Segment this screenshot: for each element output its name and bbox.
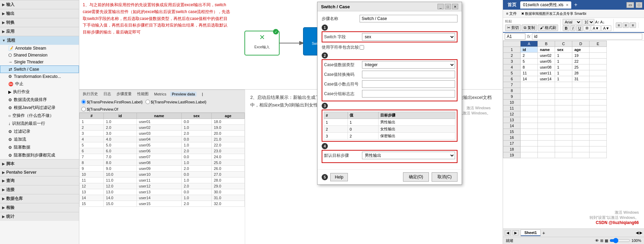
copy-btn[interactable]: ⧉ 复制 xyxy=(522,24,537,31)
excel-empty-cell[interactable] xyxy=(538,129,555,135)
excel-cell[interactable]: user14 xyxy=(538,76,555,82)
excel-empty-cell[interactable] xyxy=(590,100,607,105)
sidebar-item-block-complete[interactable]: ⚙ 阻塞数据到步骤都完成 xyxy=(0,151,79,159)
excel-cell[interactable] xyxy=(590,70,607,76)
cell-reference[interactable] xyxy=(505,33,525,40)
scroll-right-icon[interactable]: ▶ xyxy=(640,231,642,235)
excel-cell[interactable] xyxy=(590,76,607,82)
excel-empty-cell[interactable] xyxy=(555,111,572,117)
case-type-select[interactable]: Integer xyxy=(362,61,455,69)
sidebar-section-pentaho[interactable]: ▶ Pentaho Server xyxy=(0,168,79,176)
excel-empty-cell[interactable] xyxy=(555,146,572,152)
sidebar-section-check[interactable]: ▶ 检验 xyxy=(0,203,79,212)
sidebar-section-flow[interactable]: ▼ 流程 xyxy=(0,36,79,45)
col-header-e[interactable]: E xyxy=(590,41,607,47)
excel-empty-cell[interactable] xyxy=(555,123,572,129)
bold-btn[interactable]: B xyxy=(563,26,570,31)
italic-btn[interactable]: I xyxy=(570,26,575,31)
excel-empty-cell[interactable] xyxy=(538,123,555,129)
cut-btn[interactable]: ✂ 剪切 xyxy=(505,24,521,31)
excel-cell[interactable]: user05 xyxy=(538,59,555,64)
radio-first-rows[interactable]: ${TransPreview.FirstRows.Label} xyxy=(81,100,143,104)
sidebar-item-shared-dim[interactable]: ⬡ Shared Dimension xyxy=(0,52,79,59)
align-center-btn[interactable]: ≡ xyxy=(623,22,629,28)
excel-empty-cell[interactable] xyxy=(555,100,572,105)
excel-empty-cell[interactable] xyxy=(521,111,538,117)
excel-empty-cell[interactable] xyxy=(572,129,590,135)
excel-empty-cell[interactable] xyxy=(590,105,607,111)
excel-empty-cell[interactable] xyxy=(521,146,538,152)
col-header-b[interactable]: B xyxy=(538,41,555,47)
excel-empty-cell[interactable] xyxy=(521,152,538,158)
excel-empty-cell[interactable] xyxy=(538,152,555,158)
font-color-btn[interactable]: A▼ xyxy=(601,26,611,31)
radio-first-rows-input[interactable] xyxy=(81,100,86,104)
excel-cell[interactable]: name xyxy=(538,47,555,53)
excel-empty-cell[interactable] xyxy=(590,94,607,100)
excel-empty-cell[interactable] xyxy=(538,135,555,141)
excel-empty-cell[interactable] xyxy=(538,117,555,123)
tab-execution-history[interactable]: 执行历史 xyxy=(81,91,99,97)
case-grouping-input[interactable] xyxy=(362,90,455,98)
excel-empty-cell[interactable] xyxy=(572,146,590,152)
excel-menu-smartbi[interactable]: ✖ 数据审阅视图开发工具会员专享 Smartbi xyxy=(520,11,587,17)
excel-cell[interactable]: user02 xyxy=(538,53,555,59)
sidebar-item-abort[interactable]: ⛔ 中止 xyxy=(0,80,79,88)
excel-home-tab[interactable]: 首页 xyxy=(505,1,519,9)
radio-of-input[interactable] xyxy=(81,107,86,111)
excel-empty-cell[interactable] xyxy=(555,129,572,135)
sidebar-section-script[interactable]: ▶ 脚本 xyxy=(0,159,79,168)
excel-empty-cell[interactable] xyxy=(538,94,555,100)
excel-empty-cell[interactable] xyxy=(555,117,572,123)
excel-empty-cell[interactable] xyxy=(538,105,555,111)
excel-cell[interactable]: 11 xyxy=(521,70,538,76)
excel-empty-cell[interactable] xyxy=(590,146,607,152)
excel-cell[interactable] xyxy=(590,47,607,53)
excel-empty-cell[interactable] xyxy=(590,111,607,117)
sidebar-item-switch-case[interactable]: ⇄ Switch / Case xyxy=(0,65,79,73)
dialog-maximize-btn[interactable]: □ xyxy=(445,4,451,9)
border-btn[interactable]: ⊞ xyxy=(584,25,590,31)
sidebar-section-connect[interactable]: ▶ 连接 xyxy=(0,185,79,194)
font-select[interactable]: Arial xyxy=(563,19,582,25)
sidebar-section-warehouse[interactable]: ▶ 数据仓库 xyxy=(0,194,79,203)
excel-empty-cell[interactable] xyxy=(555,94,572,100)
scroll-left-icon[interactable]: ◀ xyxy=(636,231,638,235)
excel-empty-cell[interactable] xyxy=(590,82,607,88)
excel-cell[interactable]: 1 xyxy=(555,70,572,76)
excel-cell[interactable]: 22 xyxy=(572,59,590,64)
step-name-input[interactable] xyxy=(360,15,457,22)
excel-empty-cell[interactable] xyxy=(521,141,538,146)
col-header-d[interactable]: D xyxy=(572,41,590,47)
excel-empty-cell[interactable] xyxy=(521,135,538,141)
sidebar-item-identify-last[interactable]: ↓ 识别流的最后一行 xyxy=(0,120,79,128)
sheet-tab-1[interactable]: Sheet1 xyxy=(521,230,541,236)
ok-button[interactable]: 确定(O) xyxy=(403,172,429,182)
excel-cell[interactable]: 8 xyxy=(521,64,538,70)
excel-add-tab[interactable]: + xyxy=(572,2,579,8)
align-left-btn[interactable]: ≡ xyxy=(616,22,622,28)
formula-input[interactable] xyxy=(532,33,642,40)
tab-performance[interactable]: 性能图 xyxy=(136,91,150,97)
dialog-minimize-btn[interactable]: _ xyxy=(437,4,444,9)
excel-empty-cell[interactable] xyxy=(521,117,538,123)
excel-empty-cell[interactable] xyxy=(521,100,538,105)
excel-cell[interactable]: 28 xyxy=(572,70,590,76)
excel-empty-cell[interactable] xyxy=(572,100,590,105)
underline-btn[interactable]: U xyxy=(576,26,583,31)
excel-empty-cell[interactable] xyxy=(555,152,572,158)
zoom-slider[interactable] xyxy=(610,238,630,243)
excel-empty-cell[interactable] xyxy=(538,111,555,117)
radio-last-rows[interactable]: ${TransPreview.LastRows.Label} xyxy=(145,100,207,104)
sheet-nav-right[interactable]: ▶ xyxy=(513,230,519,235)
cancel-button[interactable]: 取消(C) xyxy=(432,172,457,182)
sheet-nav-left[interactable]: ◀ xyxy=(505,230,511,235)
sidebar-item-single-threader[interactable]: → Single Threader xyxy=(0,59,79,65)
sidebar-section-output[interactable]: ▶ 输出 xyxy=(0,9,79,18)
excel-empty-cell[interactable] xyxy=(555,82,572,88)
excel-empty-cell[interactable] xyxy=(521,82,538,88)
excel-file-tab[interactable]: 01switch case男性.xls ✕ xyxy=(520,1,571,9)
excel-empty-cell[interactable] xyxy=(572,123,590,129)
excel-cell[interactable]: 1 xyxy=(555,59,572,64)
sidebar-item-transform-exec[interactable]: ⚙ Transformation Executo... xyxy=(0,73,79,80)
